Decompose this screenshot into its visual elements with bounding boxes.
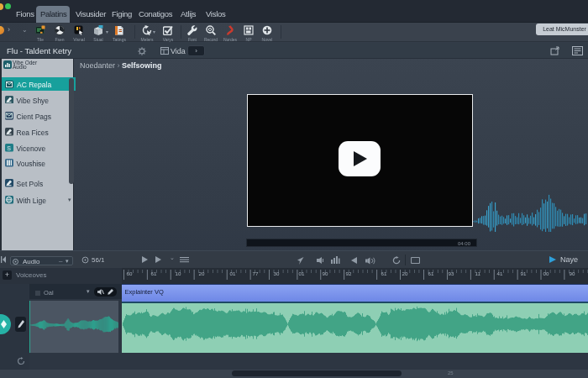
svg-text:41: 41 xyxy=(497,270,503,276)
svg-text:S: S xyxy=(7,145,11,151)
svg-text:90: 90 xyxy=(323,270,328,276)
svg-text:01: 01 xyxy=(299,270,305,276)
svg-text:77: 77 xyxy=(253,270,259,276)
svg-text:91: 91 xyxy=(521,270,527,276)
svg-text:20: 20 xyxy=(402,270,408,276)
svg-text:93: 93 xyxy=(449,270,454,276)
svg-text:00: 00 xyxy=(543,270,549,276)
svg-text:11: 11 xyxy=(475,270,481,276)
svg-text:10: 10 xyxy=(176,270,181,276)
svg-text:92: 92 xyxy=(346,270,352,276)
svg-text:61: 61 xyxy=(381,270,387,276)
svg-text:01: 01 xyxy=(230,270,236,276)
svg-text:20: 20 xyxy=(199,270,205,276)
svg-text:60: 60 xyxy=(127,270,133,276)
svg-text:90: 90 xyxy=(570,270,575,276)
svg-text:61: 61 xyxy=(428,270,434,276)
svg-text:30: 30 xyxy=(274,270,280,276)
svg-text:61: 61 xyxy=(151,270,157,276)
